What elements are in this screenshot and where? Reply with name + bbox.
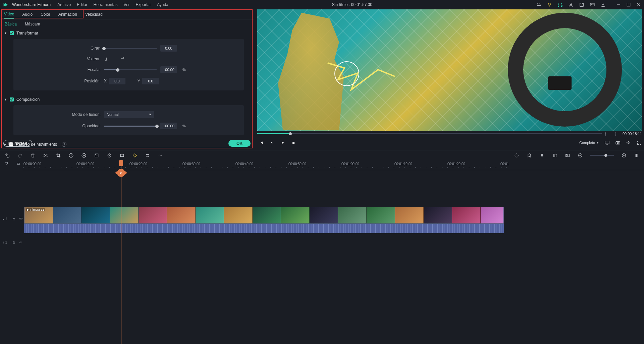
preview-viewport[interactable] xyxy=(257,9,642,131)
pos-x-input[interactable] xyxy=(109,78,125,84)
timeline-ruler[interactable]: 00:00:00:0000:00:10:0000:00:20:0000:00:3… xyxy=(23,160,644,170)
keyframe-icon[interactable] xyxy=(132,153,138,158)
prev-frame-icon[interactable] xyxy=(259,141,263,145)
menu-exportar[interactable]: Exportar xyxy=(136,2,151,7)
zoom-fit-icon[interactable] xyxy=(634,153,639,158)
mixer-icon[interactable] xyxy=(552,153,557,158)
subtab-mascara[interactable]: Máscara xyxy=(25,20,40,28)
minimize-icon[interactable] xyxy=(616,2,621,7)
opacity-slider[interactable] xyxy=(104,126,157,127)
ok-button[interactable]: OK xyxy=(228,140,251,147)
render-icon[interactable] xyxy=(514,153,519,158)
freeze-icon[interactable] xyxy=(94,153,99,158)
pos-y-input[interactable] xyxy=(142,78,159,84)
thumbnail-icon[interactable] xyxy=(565,153,570,158)
monitor-icon[interactable] xyxy=(604,140,610,145)
mail-icon[interactable] xyxy=(590,2,595,7)
snapshot-icon[interactable] xyxy=(615,140,621,145)
reset-button[interactable]: REINICIAR xyxy=(3,140,32,147)
rotate-label: Girar: xyxy=(20,46,101,51)
opacity-input[interactable] xyxy=(160,123,177,129)
scale-input[interactable] xyxy=(160,66,177,73)
section-composition-header[interactable]: ▼ Composición xyxy=(0,95,254,104)
ruler-tick: 00:00:50:00 xyxy=(288,162,306,166)
cloud-icon[interactable] xyxy=(536,2,541,7)
zoom-out-icon[interactable] xyxy=(578,153,583,158)
menu-herramientas[interactable]: Herramientas xyxy=(94,2,118,7)
fullscreen-icon[interactable] xyxy=(637,140,642,145)
speed-icon[interactable] xyxy=(68,153,74,158)
menu-ver[interactable]: Ver xyxy=(124,2,130,7)
playhead-split-icon[interactable] xyxy=(117,169,125,177)
scale-unit: % xyxy=(182,68,186,72)
duration-icon[interactable] xyxy=(107,153,112,158)
scale-label: Escala: xyxy=(20,67,101,72)
user-icon[interactable] xyxy=(568,2,574,7)
tab-velocidad[interactable]: Velocidad xyxy=(85,10,103,19)
volume-icon[interactable] xyxy=(626,140,631,145)
tab-audio[interactable]: Audio xyxy=(22,10,33,19)
svg-point-14 xyxy=(82,153,86,157)
tab-color[interactable]: Color xyxy=(41,10,50,19)
lightbulb-icon[interactable] xyxy=(547,2,552,7)
play-icon[interactable] xyxy=(281,141,285,145)
audio-waveform[interactable] xyxy=(24,224,504,233)
marker-icon[interactable] xyxy=(527,153,532,158)
trash-icon[interactable] xyxy=(30,153,36,158)
video-track[interactable]: ▶ Filmora 11 xyxy=(23,207,644,234)
subtab-basica[interactable]: Básica xyxy=(5,20,17,28)
audio-track-header: ♪ 1 xyxy=(0,240,23,244)
quality-dropdown[interactable]: Completo ▼ xyxy=(579,141,599,145)
headphones-icon[interactable] xyxy=(557,2,563,7)
in-out-brackets[interactable]: { } xyxy=(605,131,618,136)
scrubber-track[interactable] xyxy=(257,133,602,134)
autoframe-icon[interactable] xyxy=(119,153,125,158)
zoom-slider[interactable] xyxy=(590,155,614,156)
composition-body: Modo de fusión: Normal ▼ Opacidad: % xyxy=(13,105,244,135)
transform-checkbox[interactable] xyxy=(10,31,14,35)
zoom-in-icon[interactable] xyxy=(621,153,627,158)
tab-video[interactable]: Video xyxy=(4,10,14,19)
audio-sync-icon[interactable] xyxy=(158,153,163,158)
crop-icon[interactable] xyxy=(56,153,61,158)
position-label: Posición: xyxy=(20,79,101,83)
redo-icon[interactable] xyxy=(17,153,23,158)
video-clip[interactable]: ▶ Filmora 11 xyxy=(24,207,504,224)
rotate-input[interactable] xyxy=(160,45,177,52)
speed-ramp-icon[interactable] xyxy=(81,153,87,158)
flip-vertical-icon[interactable] xyxy=(119,56,125,62)
stop-icon[interactable] xyxy=(291,141,296,145)
lock-icon[interactable] xyxy=(12,240,16,244)
tracking-marker[interactable] xyxy=(334,61,359,86)
close-icon[interactable] xyxy=(636,2,641,7)
adjust-icon[interactable] xyxy=(145,153,150,158)
chevron-down-icon: ▼ xyxy=(596,141,599,144)
rotate-slider[interactable] xyxy=(104,48,157,49)
composition-checkbox[interactable] xyxy=(10,97,14,101)
mute-icon[interactable] xyxy=(19,240,23,244)
scale-slider[interactable] xyxy=(104,69,157,70)
section-transform-header[interactable]: ▼ Transformar xyxy=(0,29,254,38)
transform-title: Transformar xyxy=(16,31,38,36)
menu-archivo[interactable]: Archivo xyxy=(57,2,71,7)
save-icon[interactable] xyxy=(579,2,584,7)
record-icon[interactable] xyxy=(539,153,545,158)
undo-icon[interactable] xyxy=(5,153,10,158)
playhead[interactable] xyxy=(121,160,121,344)
scissors-icon[interactable] xyxy=(43,153,48,158)
lock-icon[interactable] xyxy=(12,217,16,221)
pos-y-label: Y xyxy=(138,79,140,83)
timeline-link-icon[interactable] xyxy=(16,161,21,166)
menu-ayuda[interactable]: Ayuda xyxy=(157,2,168,7)
timeline-pin-icon[interactable] xyxy=(4,161,9,166)
flip-horizontal-icon[interactable] xyxy=(104,56,110,62)
blend-mode-dropdown[interactable]: Normal ▼ xyxy=(104,111,154,118)
timeline-toolbar xyxy=(0,150,644,160)
tab-animacion[interactable]: Animación xyxy=(58,10,77,19)
properties-panel: Video Audio Color Animación Velocidad Bá… xyxy=(0,9,254,150)
maximize-icon[interactable] xyxy=(626,2,631,7)
eye-icon[interactable] xyxy=(19,217,23,221)
download-icon[interactable] xyxy=(600,2,606,7)
menu-editar[interactable]: Editar xyxy=(77,2,87,7)
step-back-icon[interactable] xyxy=(270,141,274,145)
